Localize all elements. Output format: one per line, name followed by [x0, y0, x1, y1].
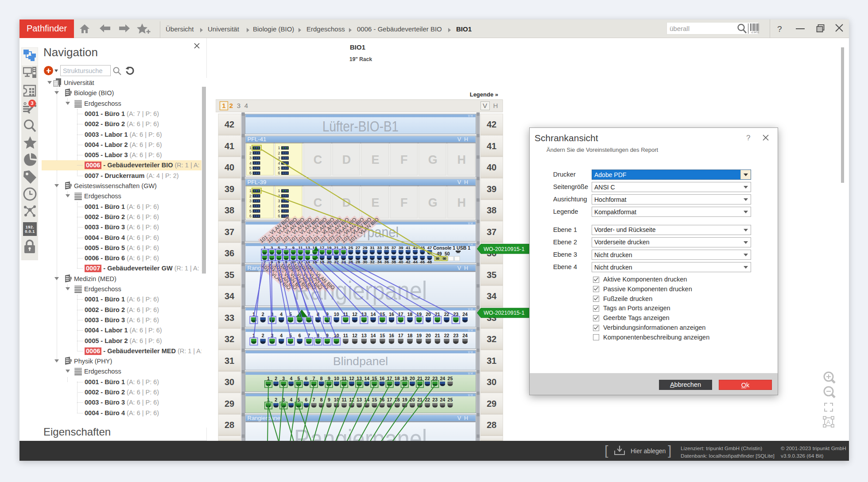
svg-text:Console 1 USB 1: Console 1 USB 1 — [433, 245, 470, 251]
svg-text:V H: V H — [468, 222, 473, 225]
svg-text:A: A — [826, 419, 830, 425]
svg-text:16: 16 — [389, 333, 394, 338]
svg-text:C: C — [314, 196, 322, 209]
svg-text:10: 10 — [334, 312, 339, 317]
svg-text:14: 14 — [371, 333, 376, 338]
svg-text:34: 34 — [487, 291, 497, 301]
svg-text:2: 2 — [249, 194, 252, 198]
svg-text:11: 11 — [341, 376, 346, 381]
svg-text:1: 1 — [278, 146, 280, 150]
svg-text:25: 25 — [349, 245, 353, 250]
svg-text:19: 19 — [416, 333, 422, 338]
svg-text:50: 50 — [445, 251, 450, 256]
svg-text:13: 13 — [356, 376, 362, 381]
svg-text:3: 3 — [237, 102, 240, 109]
svg-text:7: 7 — [313, 397, 315, 402]
svg-text:17: 17 — [387, 397, 392, 402]
svg-text:6: 6 — [278, 214, 280, 218]
svg-text:1: 1 — [267, 376, 270, 381]
svg-text:15: 15 — [380, 333, 385, 338]
svg-text:G: G — [428, 153, 438, 166]
svg-text:35: 35 — [225, 270, 234, 280]
svg-text:24: 24 — [462, 312, 468, 317]
svg-text:5: 5 — [249, 166, 252, 170]
svg-text:11: 11 — [341, 397, 346, 402]
svg-text:G: G — [428, 196, 438, 209]
svg-text:V H: V H — [468, 329, 473, 332]
svg-text:31: 31 — [487, 356, 496, 366]
svg-text:42: 42 — [487, 120, 496, 129]
svg-text:39: 39 — [399, 245, 403, 250]
svg-text:34: 34 — [225, 291, 235, 301]
svg-text:4: 4 — [278, 204, 280, 208]
svg-text:22: 22 — [444, 333, 450, 338]
svg-text:4: 4 — [290, 397, 292, 402]
svg-text:4: 4 — [278, 161, 280, 166]
svg-text:18: 18 — [407, 333, 413, 338]
svg-text:29: 29 — [225, 399, 234, 409]
svg-text:17: 17 — [387, 376, 392, 381]
svg-text:v1 94720: v1 94720 — [751, 31, 759, 34]
svg-text:23: 23 — [453, 333, 458, 338]
svg-text:V H: V H — [468, 114, 473, 117]
svg-text:4: 4 — [244, 102, 248, 109]
svg-text:4: 4 — [290, 376, 292, 381]
svg-text:1: 1 — [278, 189, 280, 193]
svg-text:35: 35 — [384, 245, 389, 250]
svg-text:11: 11 — [343, 333, 348, 338]
svg-text:H: H — [457, 153, 466, 166]
svg-text:WO-20210915-1: WO-20210915-1 — [484, 246, 524, 252]
svg-text:23: 23 — [432, 376, 438, 381]
svg-text:25: 25 — [448, 376, 453, 381]
svg-text:7: 7 — [313, 376, 315, 381]
svg-text:2: 2 — [275, 376, 277, 381]
svg-text:9: 9 — [328, 397, 330, 402]
svg-text:31: 31 — [370, 245, 375, 250]
svg-text:V H: V H — [457, 265, 468, 271]
svg-text:32: 32 — [487, 334, 496, 344]
svg-text:Rangierpanel: Rangierpanel — [294, 424, 427, 443]
svg-text:3: 3 — [249, 199, 252, 203]
svg-text:25: 25 — [448, 397, 453, 402]
svg-text:Rangierpanel: Rangierpanel — [248, 415, 282, 421]
svg-text:V: V — [483, 102, 487, 109]
svg-text:12: 12 — [352, 312, 357, 317]
svg-text:5: 5 — [249, 209, 252, 213]
svg-text:PFL-41: PFL-41 — [248, 136, 267, 143]
svg-text:28: 28 — [225, 420, 234, 430]
svg-text:6: 6 — [298, 333, 301, 338]
svg-text:24: 24 — [440, 376, 445, 381]
svg-text:38: 38 — [225, 205, 234, 215]
svg-text:E: E — [371, 153, 379, 166]
svg-text:2: 2 — [229, 102, 233, 109]
svg-text:4: 4 — [249, 161, 252, 166]
svg-text:40: 40 — [225, 162, 234, 172]
svg-text:3: 3 — [278, 199, 280, 203]
svg-text:5: 5 — [297, 376, 300, 381]
svg-text:10: 10 — [334, 376, 339, 381]
svg-text:47: 47 — [427, 245, 432, 250]
svg-text:Blindpanel: Blindpanel — [333, 355, 388, 368]
svg-text:13: 13 — [356, 397, 362, 402]
svg-text:21: 21 — [417, 376, 422, 381]
svg-text:V H: V H — [468, 351, 473, 354]
svg-text:V H: V H — [468, 372, 473, 375]
svg-text:3: 3 — [282, 376, 285, 381]
svg-text:41: 41 — [225, 141, 234, 151]
svg-text:4: 4 — [280, 333, 283, 338]
svg-text:8: 8 — [320, 376, 323, 381]
svg-text:23: 23 — [432, 397, 438, 402]
svg-text:28: 28 — [487, 420, 496, 430]
svg-text:37: 37 — [391, 245, 396, 250]
svg-text:15: 15 — [372, 376, 377, 381]
svg-text:15: 15 — [372, 397, 377, 402]
svg-text:33: 33 — [225, 313, 234, 323]
svg-text:30: 30 — [487, 377, 496, 387]
svg-text:4: 4 — [249, 204, 252, 208]
svg-text:27: 27 — [356, 245, 360, 250]
svg-text:5: 5 — [278, 166, 280, 170]
svg-text:29: 29 — [363, 245, 368, 250]
svg-text:V H: V H — [457, 179, 468, 185]
svg-text:31: 31 — [225, 356, 234, 366]
svg-text:5: 5 — [278, 209, 280, 213]
